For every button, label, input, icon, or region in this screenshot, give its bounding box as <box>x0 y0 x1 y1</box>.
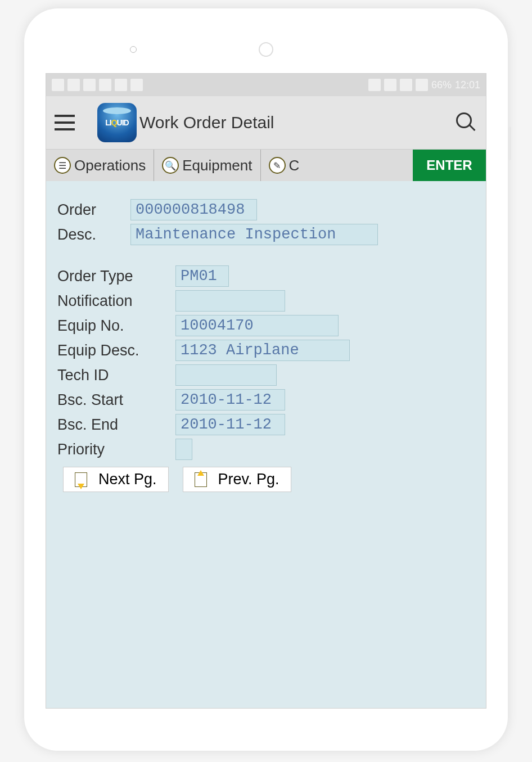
page-down-icon <box>75 472 87 487</box>
edit-icon: ✎ <box>269 157 286 174</box>
app-bar: LIQUID Work Order Detail <box>46 96 486 150</box>
notif-icon <box>99 79 111 91</box>
label-bsc-start: Bsc. Start <box>57 391 175 409</box>
field-order-type[interactable]: PM01 <box>175 265 229 287</box>
camera-dot <box>130 46 137 53</box>
tab-label: C <box>289 157 300 174</box>
phone-top-bezel <box>46 25 486 73</box>
field-notification[interactable] <box>175 290 285 312</box>
tab-label: Operations <box>74 157 146 174</box>
tab-label: Equipment <box>182 157 252 174</box>
row-order-type: Order Type PM01 <box>57 264 475 288</box>
menu-icon[interactable] <box>55 115 75 130</box>
label-notification: Notification <box>57 292 175 310</box>
label-priority: Priority <box>57 441 175 458</box>
tab-operations[interactable]: ☰ Operations <box>46 150 154 181</box>
next-page-button[interactable]: Next Pg. <box>63 467 169 492</box>
enter-button[interactable]: ENTER <box>413 150 486 181</box>
field-tech-id[interactable] <box>175 364 277 386</box>
label-bsc-end: Bsc. End <box>57 416 175 434</box>
prev-page-label: Prev. Pg. <box>218 471 279 488</box>
phone-frame: 66% 12:01 LIQUID Work Order Detail ☰ Ope… <box>24 8 508 751</box>
battery-text: 66% <box>431 79 452 91</box>
clock-text: 12:01 <box>455 79 480 91</box>
label-order-type: Order Type <box>57 268 175 285</box>
signal-icon <box>400 79 412 91</box>
row-equip-desc: Equip Desc. 1123 Airplane <box>57 339 475 362</box>
prev-page-button[interactable]: Prev. Pg. <box>183 467 291 492</box>
enter-label: ENTER <box>426 157 472 173</box>
field-equip-no[interactable]: 10004170 <box>175 315 339 336</box>
tab-third[interactable]: ✎ C <box>261 150 302 181</box>
row-tech-id: Tech ID <box>57 363 475 387</box>
notif-icon <box>52 79 64 91</box>
notif-icon <box>115 79 127 91</box>
vibrate-icon <box>384 79 396 91</box>
status-right: 66% 12:01 <box>368 79 480 91</box>
label-equip-no: Equip No. <box>57 317 175 335</box>
status-bar: 66% 12:01 <box>46 74 486 96</box>
notif-icon <box>130 79 143 91</box>
page-up-icon <box>195 472 207 487</box>
label-desc: Desc. <box>57 226 130 244</box>
row-bsc-end: Bsc. End 2010-11-12 <box>57 413 475 436</box>
button-row: Next Pg. Prev. Pg. <box>57 467 475 492</box>
label-equip-desc: Equip Desc. <box>57 342 175 359</box>
field-bsc-end[interactable]: 2010-11-12 <box>175 414 285 435</box>
row-desc: Desc. Maintenance Inspection <box>57 223 475 246</box>
field-priority[interactable] <box>175 439 192 460</box>
form-area: Order 000000818498 Desc. Maintenance Ins… <box>46 181 486 509</box>
notif-icon <box>67 79 80 91</box>
page-title: Work Order Detail <box>139 113 455 132</box>
field-order[interactable]: 000000818498 <box>130 199 257 220</box>
phone-speaker <box>259 42 273 57</box>
app-logo: LIQUID <box>97 103 137 142</box>
field-equip-desc[interactable]: 1123 Airplane <box>175 340 350 361</box>
field-desc[interactable]: Maintenance Inspection <box>130 224 378 245</box>
row-bsc-start: Bsc. Start 2010-11-12 <box>57 388 475 412</box>
notif-icon <box>83 79 96 91</box>
label-tech-id: Tech ID <box>57 367 175 384</box>
label-order: Order <box>57 201 130 219</box>
equipment-icon: 🔍 <box>162 157 179 174</box>
row-equip-no: Equip No. 10004170 <box>57 314 475 337</box>
row-notification: Notification <box>57 289 475 313</box>
status-left-icons <box>52 79 143 91</box>
cast-icon <box>368 79 381 91</box>
screen: 66% 12:01 LIQUID Work Order Detail ☰ Ope… <box>46 73 486 709</box>
battery-icon <box>416 79 428 91</box>
operations-icon: ☰ <box>54 157 71 174</box>
field-bsc-start[interactable]: 2010-11-12 <box>175 389 285 411</box>
tab-equipment[interactable]: 🔍 Equipment <box>154 150 260 181</box>
search-icon[interactable] <box>455 111 477 134</box>
row-priority: Priority <box>57 438 475 461</box>
tab-bar: ☰ Operations 🔍 Equipment ✎ C ENTER <box>46 150 486 181</box>
row-order: Order 000000818498 <box>57 198 475 222</box>
next-page-label: Next Pg. <box>98 471 157 488</box>
power-button[interactable] <box>508 127 511 160</box>
